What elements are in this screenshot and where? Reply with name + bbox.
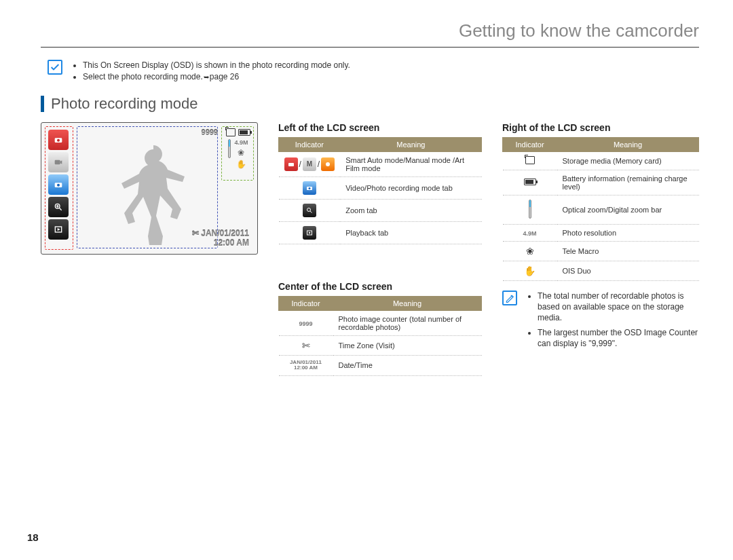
lcd-datetime: ✄JAN/01/2011 12:00 AM	[192, 229, 249, 248]
table-row: 9999 Photo image counter (total number o…	[279, 310, 482, 335]
svg-line-6	[59, 208, 61, 210]
table-row: Zoom tab	[279, 199, 482, 221]
note-block: The total number of recordable photos is…	[502, 291, 699, 354]
rec-tab-icon	[303, 181, 316, 195]
svg-point-13	[308, 187, 310, 189]
col-meaning: Meaning	[333, 296, 482, 310]
zoom-tab-icon	[48, 197, 69, 217]
timezone-icon: ✄	[302, 340, 310, 351]
tele-macro-icon: ❀	[238, 148, 244, 157]
section-header: Photo recording mode	[41, 95, 699, 113]
table-row: ✋ OIS Duo	[503, 261, 699, 280]
video-tab-icon	[48, 152, 69, 172]
svg-rect-2	[55, 160, 60, 164]
intro-bullet: Select the photo recording mode.page 26	[83, 71, 350, 83]
table-row: Battery information (remaining charge le…	[503, 170, 699, 195]
intro-bullet: This On Screen Display (OSD) is shown in…	[83, 60, 350, 71]
col-meaning: Meaning	[340, 137, 481, 151]
zoom-tab-icon	[303, 204, 316, 217]
resolution-icon: 4.9M	[523, 230, 536, 237]
col-indicator: Indicator	[279, 137, 341, 151]
page-ref-icon	[203, 72, 210, 81]
section-title: Photo recording mode	[51, 95, 198, 113]
svg-point-14	[307, 208, 310, 211]
col-indicator: Indicator	[279, 296, 333, 310]
divider	[41, 47, 699, 48]
counter-icon: 9999	[299, 320, 312, 327]
photo-tab-icon	[48, 174, 69, 195]
ois-icon: ✋	[236, 160, 246, 169]
resolution-label: 4.9M	[234, 139, 248, 146]
table-row: Playback tab	[279, 221, 482, 244]
svg-point-4	[57, 183, 60, 186]
card-icon	[226, 128, 236, 136]
ois-icon: ✋	[524, 265, 535, 276]
playback-tab-icon	[48, 219, 69, 240]
col-meaning: Meaning	[557, 137, 699, 151]
note-icon	[502, 291, 517, 305]
note-bullet: The total number of recordable photos is…	[538, 291, 699, 324]
svg-rect-10	[288, 163, 294, 166]
right-table-heading: Right of the LCD screen	[502, 122, 699, 133]
lcd-right-indicators: 4.9M ❀ ✋	[226, 128, 250, 169]
note-bullet: The largest number the OSD Image Counter…	[538, 327, 699, 349]
table-row: ❀ Tele Macro	[503, 241, 699, 261]
table-row: 4.9M Photo resolution	[503, 224, 699, 241]
table-row: / M/ Smart Auto mode/Manual mode /Art Fi…	[279, 151, 482, 176]
table-row: Video/Photo recording mode tab	[279, 176, 482, 199]
svg-point-1	[57, 138, 60, 141]
datetime-icon: JAN/01/201112:00 AM	[284, 360, 328, 372]
zoom-bar-icon	[529, 200, 531, 219]
left-table-heading: Left of the LCD screen	[278, 122, 482, 133]
page-number: 18	[27, 531, 39, 543]
playback-tab-icon	[303, 226, 316, 240]
svg-line-15	[310, 211, 312, 213]
lcd-counter: 9999	[202, 128, 218, 136]
intro-block: This On Screen Display (OSD) is shown in…	[48, 60, 699, 83]
battery-icon	[238, 129, 250, 136]
table-row: Optical zoom/Digital zoom bar	[503, 195, 699, 224]
card-icon	[525, 156, 535, 164]
mode-trio-icon: / M/	[284, 157, 335, 171]
tele-macro-icon: ❀	[526, 246, 534, 257]
right-table: Indicator Meaning Storage media (Memory …	[502, 137, 699, 281]
zoom-bar-icon	[228, 139, 231, 158]
center-table: Indicator Meaning 9999 Photo image count…	[278, 296, 482, 377]
col-indicator: Indicator	[503, 137, 557, 151]
checkmark-icon	[48, 60, 62, 75]
center-table-heading: Center of the LCD screen	[278, 281, 482, 292]
svg-point-11	[326, 162, 330, 166]
left-table: Indicator Meaning / M/ Smart Auto mode/M…	[278, 137, 482, 244]
page-title: Getting to know the camcorder	[41, 20, 699, 47]
section-accent-bar	[41, 96, 44, 112]
mode-icon	[48, 130, 69, 150]
table-row: JAN/01/201112:00 AM Date/Time	[279, 355, 482, 376]
table-row: Storage media (Memory card)	[503, 151, 699, 170]
subject-silhouette	[106, 140, 201, 245]
battery-icon	[524, 179, 536, 185]
timezone-icon: ✄	[192, 229, 199, 238]
table-row: ✄ Time Zone (Visit)	[279, 335, 482, 355]
lcd-diagram: 9999 4.9M ❀ ✋ ✄JAN/01/2011	[41, 122, 258, 255]
